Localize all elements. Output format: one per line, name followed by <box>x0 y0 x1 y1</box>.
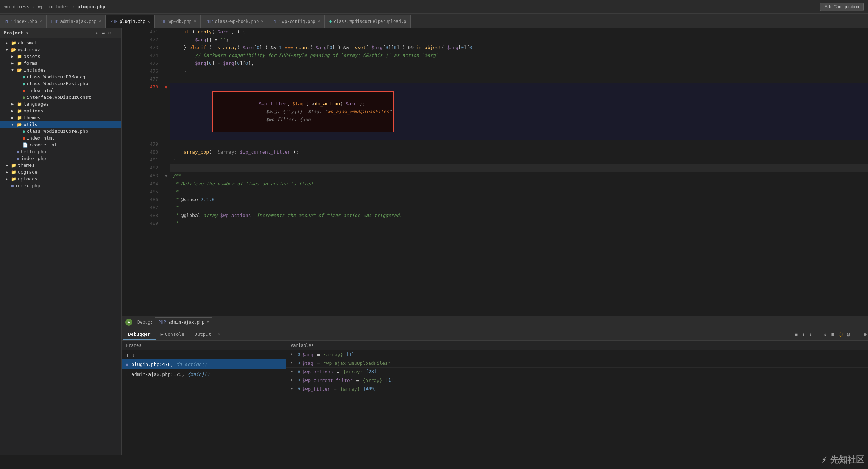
line-num-474: 474 <box>122 52 162 59</box>
tab-class-wpdiscuz[interactable]: ● class.WpdiscuzHelperUpload.p <box>325 15 411 28</box>
tree-item-wpdiscuz[interactable]: ▼ 📂 wpdiscuz <box>0 46 121 53</box>
tree-item-utils[interactable]: ▼ 📂 utils <box>0 121 121 128</box>
expand-icon[interactable]: ▶ <box>291 352 296 356</box>
step-out-icon[interactable]: ↑ <box>816 332 819 337</box>
run-to-cursor-icon[interactable]: ↡ <box>824 332 826 337</box>
frame-item-admin-ajax[interactable]: ◻ admin-ajax.php:175, {main}() <box>122 369 286 379</box>
close-icon[interactable]: × <box>147 19 150 24</box>
code-line-489: 489 * <box>122 219 868 227</box>
tree-item-includes[interactable]: ▼ 📂 includes <box>0 67 121 73</box>
folder-icon: 📁 <box>17 108 22 113</box>
close-icon[interactable]: × <box>318 19 320 24</box>
debugger-tab[interactable]: Debugger <box>123 329 156 340</box>
tab-index[interactable]: PHP index.php × <box>0 15 47 28</box>
console-tab[interactable]: ▶Console <box>156 329 190 340</box>
tree-arrow: ▶ <box>6 163 10 167</box>
line-num-472: 472 <box>122 36 162 44</box>
tree-item-forms[interactable]: ▶ 📁 forms <box>0 60 121 67</box>
line-code-479 <box>170 140 868 148</box>
debug-panel: ▶ Debug: PHP admin-ajax.php × Debugger ▶… <box>122 316 868 455</box>
code-container[interactable]: 471 if ( empty( $arg ) ) { 472 $arg[] = … <box>122 28 868 316</box>
tree-item-readme[interactable]: 📄 readme.txt <box>0 141 121 148</box>
expand-icon[interactable]: ▶ <box>291 361 296 364</box>
tree-item-options[interactable]: ▶ 📁 options <box>0 107 121 114</box>
step-over-icon[interactable]: ↑ <box>802 332 805 337</box>
tab-wp-db[interactable]: PHP wp-db.php × <box>155 15 201 28</box>
code-line-483: 483 ▼ /** <box>122 172 868 180</box>
line-code-483: /** <box>170 172 868 180</box>
tree-item-utils-index-html[interactable]: ◼ index.html <box>0 135 121 141</box>
at-icon[interactable]: @ <box>847 332 850 337</box>
tree-item-uploads[interactable]: ▶ 📁 uploads <box>0 175 121 182</box>
expand-icon[interactable]: ▶ <box>291 386 296 390</box>
var-name: $wp_actions <box>302 369 333 374</box>
close-output-icon[interactable]: × <box>218 332 220 337</box>
tree-item-db-manag[interactable]: ● class.WpdiscuzDBManag <box>0 73 121 80</box>
close-icon[interactable]: × <box>261 19 263 24</box>
debug-run-button[interactable]: ▶ <box>125 319 132 326</box>
tree-item-themes-wpdiscuz[interactable]: ▶ 📁 themes <box>0 114 121 121</box>
tree-item-rest[interactable]: ● class.WpdiscuzRest.php <box>0 80 121 87</box>
tree-label: themes <box>18 163 35 168</box>
frame-item-plugin[interactable]: ◼ plugin.php:478, do_action() <box>122 359 286 369</box>
tree-arrow-languages: ▶ <box>11 102 16 106</box>
var-item-tag[interactable]: ▶ ⊡ $tag = "wp_ajax_wmuUploadFiles" <box>286 359 868 368</box>
globe-icon[interactable]: ⊕ <box>96 30 99 35</box>
add-list-icon[interactable]: ⊕ <box>864 332 867 337</box>
tree-item-upgrade[interactable]: ▶ 📁 upgrade <box>0 169 121 175</box>
tab-admin-ajax[interactable]: PHP admin-ajax.php × <box>47 15 106 28</box>
folder-name: wp-includes <box>38 4 69 9</box>
tab-bar: PHP index.php × PHP admin-ajax.php × PHP… <box>0 14 868 28</box>
step-into-icon[interactable]: ↓ <box>809 332 812 337</box>
close-icon[interactable]: × <box>206 320 209 325</box>
tab-wp-config[interactable]: PHP wp-config.php × <box>268 15 325 28</box>
table-icon[interactable]: ⊞ <box>831 332 834 337</box>
output-tab[interactable]: Output <box>189 329 216 340</box>
tree-item-core[interactable]: ● class.WpdiscuzCore.php <box>0 128 121 135</box>
fold-icon[interactable]: ▼ <box>165 174 167 178</box>
tree-item-index-php[interactable]: ◼ index.php <box>0 155 121 162</box>
tree-item-hello[interactable]: ◼ hello.php <box>0 148 121 155</box>
debug-label: Debug: <box>137 320 153 325</box>
var-name: $arg <box>302 352 313 357</box>
console-icon: ▶ <box>161 332 164 337</box>
minimize-icon[interactable]: − <box>115 30 118 35</box>
tree-arrow-utils: ▼ <box>11 122 16 126</box>
debug-toolbar: ≡ ↑ ↓ ↑ ↡ ⊞ ⬡ @ ⋮ ⊕ <box>795 332 867 337</box>
var-item-wp-actions[interactable]: ▶ ⊞ $wp_actions = {array} [28] <box>286 368 868 376</box>
tab-plugin[interactable]: PHP plugin.php × <box>106 15 155 28</box>
php-icon: ◼ <box>11 183 14 188</box>
line-num-477: 477 <box>122 75 162 83</box>
tree-item-themes-root[interactable]: ▶ 📁 themes <box>0 162 121 169</box>
tree-item-root-index[interactable]: ◼ index.php <box>0 182 121 189</box>
diff-icon[interactable]: ⇌ <box>102 30 105 35</box>
expand-icon[interactable]: ▶ <box>291 378 296 382</box>
frame-up-button[interactable]: ↑ <box>126 352 129 358</box>
tab-class-wp-hook[interactable]: PHP class-wp-hook.php × <box>201 15 268 28</box>
var-item-arg[interactable]: ▶ ⊞ $arg = {array} [1] <box>286 350 868 359</box>
tree-item-index-html1[interactable]: ◼ index.html <box>0 87 121 94</box>
line-code-481: } <box>170 156 868 164</box>
var-item-current-filter[interactable]: ▶ ⊞ $wp_current_filter = {array} [1] <box>286 376 868 385</box>
project-title: Project <box>4 30 23 35</box>
frame-down-button[interactable]: ↓ <box>132 352 135 358</box>
close-icon[interactable]: × <box>39 19 42 24</box>
code-line-485: 485 * <box>122 188 868 196</box>
tree-item-assets[interactable]: ▶ 📁 assets <box>0 53 121 60</box>
numbered-list-icon[interactable]: ⋮ <box>854 332 859 337</box>
line-num-481: 481 <box>122 156 162 164</box>
expand-icon[interactable]: ▶ <box>291 369 296 373</box>
tree-item-interface[interactable]: ● interface.WpDiscuzConst <box>0 94 121 101</box>
tree-label: index.html <box>26 135 54 141</box>
close-icon[interactable]: × <box>99 19 101 24</box>
debug-file-tab[interactable]: PHP admin-ajax.php × <box>155 317 212 327</box>
hexagon-icon[interactable]: ⬡ <box>838 332 843 337</box>
tree-item-akismet[interactable]: ▶ 📁 akismet <box>0 39 121 46</box>
close-icon[interactable]: × <box>194 19 196 24</box>
gear-icon[interactable]: ⚙ <box>108 30 111 35</box>
add-config-button[interactable]: Add Configuration <box>820 3 864 11</box>
var-item-wp-filter[interactable]: ▶ ⊞ $wp_filter = {array} [499] <box>286 385 868 393</box>
line-gutter-489 <box>162 219 170 227</box>
tree-item-languages[interactable]: ▶ 📁 languages <box>0 101 121 107</box>
list-icon[interactable]: ≡ <box>795 332 798 337</box>
